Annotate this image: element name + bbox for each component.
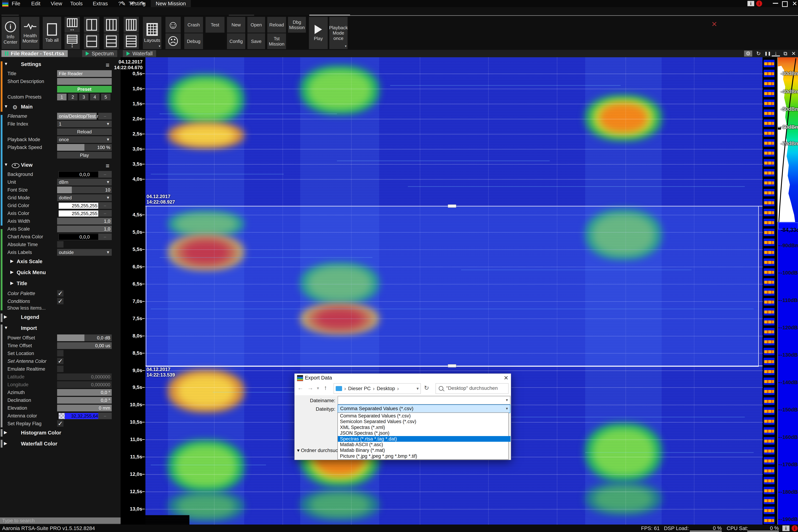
custom-preset-button-2[interactable]: 2 — [68, 94, 77, 100]
gear-icon[interactable]: ⚙ — [744, 51, 752, 57]
filename-input[interactable]: ▾ — [338, 396, 510, 404]
expand-arrow-icon[interactable]: ▶ — [10, 281, 14, 285]
spectrum-thumbnail[interactable] — [764, 239, 775, 246]
spectrum-thumbnail[interactable] — [764, 278, 775, 286]
info-box-icon[interactable]: i — [747, 1, 754, 6]
spectrum-thumbnail[interactable] — [764, 318, 775, 325]
new-button[interactable]: New — [227, 17, 245, 33]
pencil-icon[interactable]: ✎ — [119, 0, 127, 7]
spectrum-thumbnail[interactable] — [764, 139, 775, 147]
play-button[interactable]: Play — [309, 17, 328, 49]
power-color-palette[interactable]: -30dBm-40dBm-50dBm-60dBm-70dBm-84,33dBm-… — [777, 57, 798, 525]
spectrum-thumbnail[interactable] — [764, 209, 775, 216]
setting-declination-field[interactable]: 0,0 ° — [57, 397, 112, 404]
menu-icon[interactable]: ≡ — [106, 162, 109, 170]
spectrum-thumbnail[interactable] — [764, 229, 775, 236]
setting-axis-width-slider[interactable]: 1,0 — [57, 218, 112, 225]
spectrum-thumbnail[interactable] — [764, 99, 775, 107]
setting-longitude-field[interactable]: 0,000000 — [57, 381, 112, 388]
spectrum-thumbnail[interactable] — [764, 268, 775, 276]
nav-back-icon[interactable]: ← — [298, 384, 303, 391]
spectrum-thumbnail[interactable] — [764, 169, 775, 176]
nav-forward-icon[interactable]: → — [307, 384, 314, 391]
selection-rectangle[interactable] — [146, 206, 759, 367]
spectrum-thumbnail[interactable] — [764, 189, 775, 196]
tab-all-button[interactable]: Tab all — [43, 17, 61, 49]
breadcrumb[interactable]: ›Dieser PC›Desktop› ▾ — [334, 383, 421, 394]
setting-short-description-input[interactable] — [57, 78, 112, 85]
setting-set-replay-flag-checkbox[interactable]: ✓ — [57, 420, 63, 427]
collapse-arrow-icon[interactable]: ▼ — [4, 61, 8, 66]
setting-absolute-time-checkbox[interactable] — [57, 241, 63, 248]
setting-grid-mode-select[interactable]: dotted▼ — [57, 194, 112, 201]
crash-button[interactable]: Crash — [184, 17, 203, 33]
frown-button[interactable]: ☹ — [166, 33, 181, 49]
breadcrumb-item-dieser-pc[interactable]: Dieser PC — [348, 386, 371, 392]
menu-item-edit[interactable]: Edit — [29, 0, 43, 7]
selection-start-line-handle[interactable] — [448, 205, 456, 208]
layout-rows-arrow-button[interactable]: ↕ — [64, 33, 80, 49]
filetype-option-1[interactable]: Comma Separated Values (*.csv) — [338, 413, 511, 419]
menu-item-tools[interactable]: Tools — [68, 0, 85, 7]
layout-4-rows-button[interactable] — [124, 33, 139, 49]
setting-filename-input[interactable]: onia/Desktop/Test.rtsa — [57, 113, 97, 119]
spectrum-thumbnail[interactable] — [764, 507, 775, 514]
section-header-title[interactable]: ▶Title — [0, 281, 120, 288]
setting-power-offset-slider[interactable]: 0,0 dB — [57, 335, 112, 341]
close-view-icon[interactable]: ✕ — [790, 51, 798, 57]
spectrum-thumbnail[interactable] — [764, 517, 775, 524]
collapse-arrow-icon[interactable]: ▼ — [4, 104, 8, 109]
spectrum-thumbnail[interactable] — [764, 328, 775, 335]
spectrum-thumbnail[interactable] — [764, 367, 775, 375]
status-info-icon[interactable]: i — [782, 526, 790, 531]
spectrum-thumbnail[interactable] — [764, 259, 775, 266]
debug-button[interactable]: Debug — [184, 33, 203, 49]
spectrum-thumbnail[interactable] — [764, 60, 775, 67]
spectrum-thumbnail[interactable] — [764, 437, 775, 444]
section-header-legend[interactable]: ▶Legend — [0, 314, 120, 321]
setting-emulate-realtime-checkbox[interactable] — [57, 366, 63, 372]
smile-button[interactable]: ☺ — [166, 17, 181, 33]
spectrum-thumbnail[interactable] — [764, 358, 775, 365]
nav-up-icon[interactable]: ↑ — [324, 384, 327, 391]
spectrum-thumbnail[interactable] — [764, 338, 775, 345]
setting-axis-scale-slider[interactable]: 1,0 — [57, 226, 112, 232]
spectrum-filmstrip[interactable] — [762, 57, 777, 525]
setting-axis-labels-select[interactable]: outside▼ — [57, 249, 112, 256]
pause-icon[interactable]: ❚❚ — [764, 51, 772, 57]
layouts-button[interactable]: Layouts▾ — [143, 17, 162, 49]
spectrum-thumbnail[interactable] — [764, 218, 775, 226]
show-less-link[interactable]: Show less items... — [7, 305, 46, 311]
maximize-icon[interactable] — [782, 1, 788, 7]
section-header-quick-menu[interactable]: ▶Quick Menu — [0, 269, 120, 277]
config-button[interactable]: Config — [227, 33, 245, 49]
browse-folders-button[interactable]: ▾ Ordner durchsuche — [297, 448, 343, 453]
filetype-option-3[interactable]: XML Spectras (*.xml) — [338, 424, 511, 430]
setting-grid-color-color-swatch[interactable]: 255,255,255 — [58, 203, 111, 209]
ribbon-close-icon[interactable]: ✕ — [710, 20, 718, 28]
setting-azimuth-field[interactable]: 0,0 ° — [57, 389, 112, 396]
setting-unit-select[interactable]: dBm▼ — [57, 179, 112, 186]
spectrum-thumbnail[interactable] — [764, 427, 775, 435]
spectrum-thumbnail[interactable] — [764, 467, 775, 474]
spectrum-thumbnail[interactable] — [764, 378, 775, 385]
dbg-mission-button[interactable]: Dbg Mission — [288, 17, 306, 33]
status-alert-icon[interactable]: i — [792, 525, 798, 531]
doc-tab-file-reader[interactable]: File Reader - Test.rtsa — [1, 50, 68, 57]
setting-file-index-select[interactable]: 1▼ — [57, 120, 112, 127]
spectrum-thumbnail[interactable] — [764, 248, 775, 256]
spectrum-thumbnail[interactable] — [764, 288, 775, 296]
info-center-button[interactable]: iInfo Center — [2, 17, 19, 49]
spectrum-thumbnail[interactable] — [764, 308, 775, 316]
layout-columns-arrow-button[interactable]: ↔ — [64, 17, 80, 33]
custom-preset-button-4[interactable]: 4 — [90, 94, 99, 100]
filetype-option-6[interactable]: Matlab ASCII (*.asc) — [338, 442, 511, 448]
setting-title-input[interactable]: File Reader — [57, 70, 112, 77]
setting-latitude-field[interactable]: 0,000000 — [57, 374, 112, 380]
expand-arrow-icon[interactable]: ▶ — [4, 441, 7, 446]
spectrum-thumbnail[interactable] — [764, 119, 775, 127]
spectrum-thumbnail[interactable] — [764, 179, 775, 186]
reload-button[interactable]: Reload — [57, 128, 112, 135]
play-button[interactable]: Play — [57, 152, 112, 158]
minimize-icon[interactable] — [773, 3, 778, 4]
